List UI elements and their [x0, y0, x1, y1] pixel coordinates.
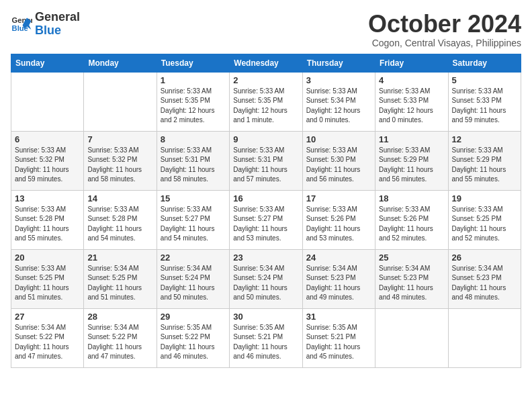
day-detail: Sunrise: 5:33 AM Sunset: 5:28 PM Dayligh… [15, 205, 80, 244]
day-detail: Sunrise: 5:33 AM Sunset: 5:29 PM Dayligh… [379, 146, 444, 185]
weekday-header-friday: Friday [375, 54, 448, 72]
calendar-cell [448, 308, 521, 367]
day-number: 23 [233, 253, 298, 263]
day-detail: Sunrise: 5:34 AM Sunset: 5:24 PM Dayligh… [161, 264, 226, 303]
calendar-cell: 11Sunrise: 5:33 AM Sunset: 5:29 PM Dayli… [375, 131, 448, 190]
location: Cogon, Central Visayas, Philippines [368, 38, 521, 48]
weekday-header-tuesday: Tuesday [157, 54, 229, 72]
week-row-2: 6Sunrise: 5:33 AM Sunset: 5:32 PM Daylig… [11, 131, 521, 190]
day-detail: Sunrise: 5:33 AM Sunset: 5:34 PM Dayligh… [306, 87, 371, 126]
calendar-cell: 19Sunrise: 5:33 AM Sunset: 5:25 PM Dayli… [448, 190, 521, 249]
day-number: 10 [306, 134, 371, 144]
day-detail: Sunrise: 5:33 AM Sunset: 5:25 PM Dayligh… [15, 264, 80, 303]
calendar-cell [84, 72, 157, 131]
day-number: 13 [15, 193, 80, 203]
day-detail: Sunrise: 5:33 AM Sunset: 5:33 PM Dayligh… [452, 87, 517, 126]
day-detail: Sunrise: 5:33 AM Sunset: 5:33 PM Dayligh… [379, 87, 444, 126]
day-detail: Sunrise: 5:33 AM Sunset: 5:31 PM Dayligh… [161, 146, 226, 185]
day-detail: Sunrise: 5:33 AM Sunset: 5:26 PM Dayligh… [306, 205, 371, 244]
day-number: 5 [452, 75, 517, 85]
calendar-cell: 22Sunrise: 5:34 AM Sunset: 5:24 PM Dayli… [157, 249, 229, 308]
calendar-cell: 28Sunrise: 5:34 AM Sunset: 5:22 PM Dayli… [84, 308, 157, 367]
day-detail: Sunrise: 5:34 AM Sunset: 5:24 PM Dayligh… [233, 264, 298, 303]
day-number: 27 [15, 312, 80, 322]
day-number: 9 [233, 134, 298, 144]
day-number: 26 [452, 253, 517, 263]
calendar-cell: 25Sunrise: 5:34 AM Sunset: 5:23 PM Dayli… [375, 249, 448, 308]
calendar-table: SundayMondayTuesdayWednesdayThursdayFrid… [11, 54, 521, 368]
day-detail: Sunrise: 5:33 AM Sunset: 5:27 PM Dayligh… [233, 205, 298, 244]
day-detail: Sunrise: 5:34 AM Sunset: 5:22 PM Dayligh… [87, 323, 152, 362]
day-number: 3 [306, 75, 371, 85]
day-detail: Sunrise: 5:33 AM Sunset: 5:26 PM Dayligh… [379, 205, 444, 244]
calendar-cell: 18Sunrise: 5:33 AM Sunset: 5:26 PM Dayli… [375, 190, 448, 249]
day-number: 29 [161, 312, 226, 322]
calendar-cell: 14Sunrise: 5:33 AM Sunset: 5:28 PM Dayli… [84, 190, 157, 249]
calendar-cell: 15Sunrise: 5:33 AM Sunset: 5:27 PM Dayli… [157, 190, 229, 249]
calendar-cell: 10Sunrise: 5:33 AM Sunset: 5:30 PM Dayli… [302, 131, 375, 190]
logo-line1: General [35, 11, 80, 24]
day-number: 11 [379, 134, 444, 144]
day-number: 15 [161, 193, 226, 203]
day-number: 2 [233, 75, 298, 85]
day-detail: Sunrise: 5:33 AM Sunset: 5:28 PM Dayligh… [87, 205, 152, 244]
day-number: 21 [87, 253, 152, 263]
title-block: October 2024 Cogon, Central Visayas, Phi… [368, 11, 521, 48]
day-detail: Sunrise: 5:34 AM Sunset: 5:23 PM Dayligh… [452, 264, 517, 303]
page-header: General Blue General Blue October 2024 C… [11, 11, 521, 48]
weekday-header-saturday: Saturday [448, 54, 521, 72]
week-row-4: 20Sunrise: 5:33 AM Sunset: 5:25 PM Dayli… [11, 249, 521, 308]
calendar-cell: 4Sunrise: 5:33 AM Sunset: 5:33 PM Daylig… [375, 72, 448, 131]
day-number: 8 [161, 134, 226, 144]
day-number: 28 [87, 312, 152, 322]
day-detail: Sunrise: 5:34 AM Sunset: 5:25 PM Dayligh… [87, 264, 152, 303]
calendar-cell: 16Sunrise: 5:33 AM Sunset: 5:27 PM Dayli… [230, 190, 302, 249]
calendar-cell: 5Sunrise: 5:33 AM Sunset: 5:33 PM Daylig… [448, 72, 521, 131]
week-row-3: 13Sunrise: 5:33 AM Sunset: 5:28 PM Dayli… [11, 190, 521, 249]
calendar-cell: 2Sunrise: 5:33 AM Sunset: 5:35 PM Daylig… [230, 72, 302, 131]
day-number: 7 [87, 134, 152, 144]
day-detail: Sunrise: 5:35 AM Sunset: 5:21 PM Dayligh… [306, 323, 371, 362]
day-detail: Sunrise: 5:34 AM Sunset: 5:22 PM Dayligh… [15, 323, 80, 362]
day-detail: Sunrise: 5:35 AM Sunset: 5:21 PM Dayligh… [233, 323, 298, 362]
calendar-cell: 12Sunrise: 5:33 AM Sunset: 5:29 PM Dayli… [448, 131, 521, 190]
day-detail: Sunrise: 5:33 AM Sunset: 5:27 PM Dayligh… [161, 205, 226, 244]
weekday-header-row: SundayMondayTuesdayWednesdayThursdayFrid… [11, 54, 521, 72]
calendar-cell: 17Sunrise: 5:33 AM Sunset: 5:26 PM Dayli… [302, 190, 375, 249]
day-detail: Sunrise: 5:33 AM Sunset: 5:25 PM Dayligh… [452, 205, 517, 244]
day-detail: Sunrise: 5:33 AM Sunset: 5:31 PM Dayligh… [233, 146, 298, 185]
day-detail: Sunrise: 5:34 AM Sunset: 5:23 PM Dayligh… [379, 264, 444, 303]
calendar-cell: 23Sunrise: 5:34 AM Sunset: 5:24 PM Dayli… [230, 249, 302, 308]
calendar-cell: 27Sunrise: 5:34 AM Sunset: 5:22 PM Dayli… [11, 308, 84, 367]
weekday-header-wednesday: Wednesday [230, 54, 302, 72]
day-number: 19 [452, 193, 517, 203]
day-number: 22 [161, 253, 226, 263]
calendar-cell: 24Sunrise: 5:34 AM Sunset: 5:23 PM Dayli… [302, 249, 375, 308]
week-row-1: 1Sunrise: 5:33 AM Sunset: 5:35 PM Daylig… [11, 72, 521, 131]
calendar-cell: 9Sunrise: 5:33 AM Sunset: 5:31 PM Daylig… [230, 131, 302, 190]
calendar-cell [375, 308, 448, 367]
day-number: 25 [379, 253, 444, 263]
calendar-cell: 8Sunrise: 5:33 AM Sunset: 5:31 PM Daylig… [157, 131, 229, 190]
month-title: October 2024 [368, 11, 521, 38]
day-number: 14 [87, 193, 152, 203]
day-number: 16 [233, 193, 298, 203]
calendar-cell: 31Sunrise: 5:35 AM Sunset: 5:21 PM Dayli… [302, 308, 375, 367]
logo-icon: General Blue [11, 13, 32, 35]
day-detail: Sunrise: 5:33 AM Sunset: 5:35 PM Dayligh… [233, 87, 298, 126]
day-number: 18 [379, 193, 444, 203]
weekday-header-sunday: Sunday [11, 54, 84, 72]
week-row-5: 27Sunrise: 5:34 AM Sunset: 5:22 PM Dayli… [11, 308, 521, 367]
day-number: 6 [15, 134, 80, 144]
calendar-cell: 3Sunrise: 5:33 AM Sunset: 5:34 PM Daylig… [302, 72, 375, 131]
calendar-cell: 26Sunrise: 5:34 AM Sunset: 5:23 PM Dayli… [448, 249, 521, 308]
day-number: 20 [15, 253, 80, 263]
weekday-header-monday: Monday [84, 54, 157, 72]
calendar-cell: 13Sunrise: 5:33 AM Sunset: 5:28 PM Dayli… [11, 190, 84, 249]
calendar-cell: 1Sunrise: 5:33 AM Sunset: 5:35 PM Daylig… [157, 72, 229, 131]
day-number: 17 [306, 193, 371, 203]
calendar-cell: 29Sunrise: 5:35 AM Sunset: 5:22 PM Dayli… [157, 308, 229, 367]
day-number: 31 [306, 312, 371, 322]
logo: General Blue General Blue [11, 11, 80, 38]
day-detail: Sunrise: 5:33 AM Sunset: 5:32 PM Dayligh… [87, 146, 152, 185]
